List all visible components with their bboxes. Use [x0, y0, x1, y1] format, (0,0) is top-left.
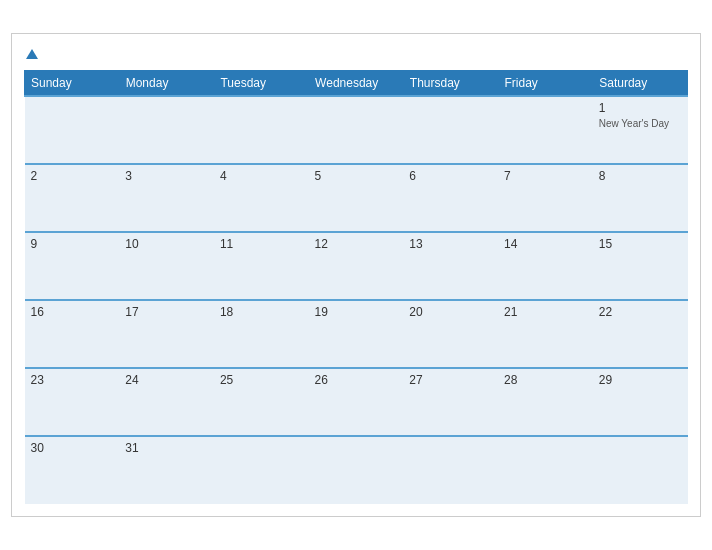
calendar-cell	[593, 436, 688, 504]
day-number: 9	[31, 237, 114, 251]
day-header-wednesday: Wednesday	[309, 70, 404, 96]
calendar-cell	[214, 96, 309, 164]
logo-general	[24, 44, 38, 62]
week-row-2: 2345678	[25, 164, 688, 232]
calendar-cell: 3	[119, 164, 214, 232]
calendar-cell: 21	[498, 300, 593, 368]
day-number: 20	[409, 305, 492, 319]
calendar-cell: 10	[119, 232, 214, 300]
week-row-4: 16171819202122	[25, 300, 688, 368]
calendar-thead: SundayMondayTuesdayWednesdayThursdayFrid…	[25, 70, 688, 96]
calendar-cell	[498, 436, 593, 504]
day-header-saturday: Saturday	[593, 70, 688, 96]
day-header-tuesday: Tuesday	[214, 70, 309, 96]
calendar-cell: 26	[309, 368, 404, 436]
day-number: 11	[220, 237, 303, 251]
day-number: 10	[125, 237, 208, 251]
day-number: 21	[504, 305, 587, 319]
calendar-cell: 5	[309, 164, 404, 232]
day-number: 27	[409, 373, 492, 387]
day-number: 12	[315, 237, 398, 251]
day-number: 3	[125, 169, 208, 183]
logo-triangle-icon	[26, 49, 38, 59]
day-number: 26	[315, 373, 398, 387]
calendar-cell: 27	[403, 368, 498, 436]
calendar-cell: 29	[593, 368, 688, 436]
day-number: 17	[125, 305, 208, 319]
day-number: 8	[599, 169, 682, 183]
calendar-cell: 6	[403, 164, 498, 232]
calendar-cell: 8	[593, 164, 688, 232]
calendar-cell: 24	[119, 368, 214, 436]
calendar-cell	[119, 96, 214, 164]
day-header-friday: Friday	[498, 70, 593, 96]
calendar-cell: 15	[593, 232, 688, 300]
logo	[24, 44, 38, 62]
day-number: 5	[315, 169, 398, 183]
calendar-cell: 16	[25, 300, 120, 368]
day-number: 31	[125, 441, 208, 455]
calendar-cell	[214, 436, 309, 504]
calendar-cell	[403, 96, 498, 164]
calendar-cell	[309, 96, 404, 164]
calendar-cell: 7	[498, 164, 593, 232]
calendar-cell: 20	[403, 300, 498, 368]
calendar-cell: 14	[498, 232, 593, 300]
day-headers-row: SundayMondayTuesdayWednesdayThursdayFrid…	[25, 70, 688, 96]
calendar-cell: 19	[309, 300, 404, 368]
week-row-5: 23242526272829	[25, 368, 688, 436]
calendar-tbody: 1New Year's Day2345678910111213141516171…	[25, 96, 688, 504]
calendar-cell: 2	[25, 164, 120, 232]
day-number: 29	[599, 373, 682, 387]
calendar-cell: 11	[214, 232, 309, 300]
holiday-name: New Year's Day	[599, 117, 682, 130]
day-header-thursday: Thursday	[403, 70, 498, 96]
day-number: 24	[125, 373, 208, 387]
calendar-cell	[25, 96, 120, 164]
calendar-cell: 31	[119, 436, 214, 504]
day-number: 18	[220, 305, 303, 319]
calendar-cell: 18	[214, 300, 309, 368]
day-number: 1	[599, 101, 682, 115]
day-number: 15	[599, 237, 682, 251]
day-number: 22	[599, 305, 682, 319]
calendar-grid: SundayMondayTuesdayWednesdayThursdayFrid…	[24, 70, 688, 504]
calendar-cell: 12	[309, 232, 404, 300]
day-number: 30	[31, 441, 114, 455]
day-number: 14	[504, 237, 587, 251]
day-number: 19	[315, 305, 398, 319]
day-header-sunday: Sunday	[25, 70, 120, 96]
calendar-cell: 23	[25, 368, 120, 436]
calendar-cell: 22	[593, 300, 688, 368]
calendar-cell	[309, 436, 404, 504]
day-number: 7	[504, 169, 587, 183]
week-row-1: 1New Year's Day	[25, 96, 688, 164]
calendar-cell: 4	[214, 164, 309, 232]
calendar-container: SundayMondayTuesdayWednesdayThursdayFrid…	[11, 33, 701, 517]
calendar-cell: 13	[403, 232, 498, 300]
calendar-cell: 1New Year's Day	[593, 96, 688, 164]
day-number: 13	[409, 237, 492, 251]
day-number: 2	[31, 169, 114, 183]
week-row-3: 9101112131415	[25, 232, 688, 300]
day-number: 28	[504, 373, 587, 387]
day-number: 16	[31, 305, 114, 319]
week-row-6: 3031	[25, 436, 688, 504]
day-header-monday: Monday	[119, 70, 214, 96]
calendar-cell: 17	[119, 300, 214, 368]
calendar-cell: 9	[25, 232, 120, 300]
calendar-cell	[403, 436, 498, 504]
calendar-cell: 28	[498, 368, 593, 436]
calendar-cell: 30	[25, 436, 120, 504]
calendar-header	[24, 44, 688, 62]
day-number: 25	[220, 373, 303, 387]
day-number: 23	[31, 373, 114, 387]
calendar-cell	[498, 96, 593, 164]
calendar-cell: 25	[214, 368, 309, 436]
day-number: 6	[409, 169, 492, 183]
day-number: 4	[220, 169, 303, 183]
